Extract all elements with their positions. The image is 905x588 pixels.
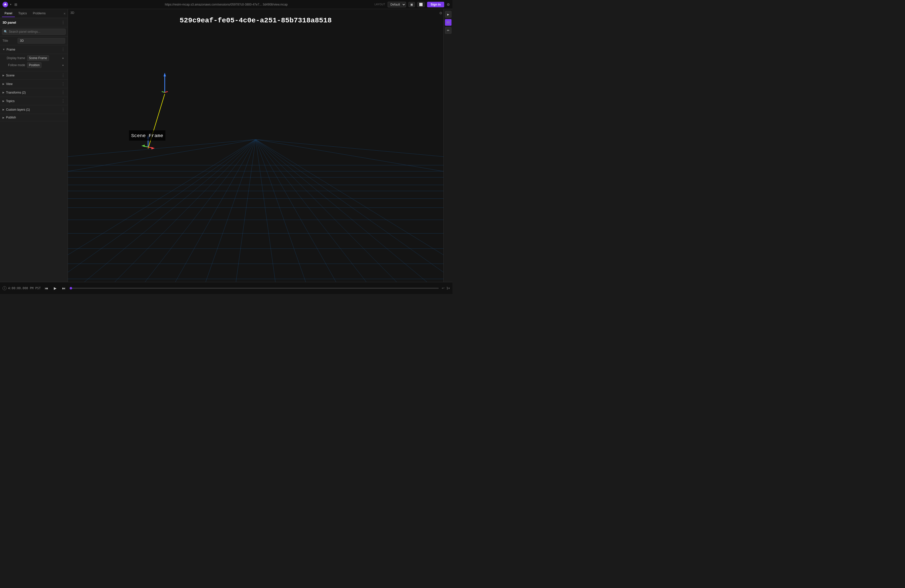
tabs-row: Panel Topics Problems × [0, 9, 68, 18]
section-frame[interactable]: ▼ Frame ⋮ [0, 45, 68, 54]
section-menu-icon[interactable]: ⋮ [61, 107, 65, 112]
chevron-down-icon: ▾ [62, 64, 64, 67]
chevron-right-icon: ▶ [3, 116, 5, 119]
scrubber-thumb[interactable] [70, 287, 72, 289]
content-area: 3D ⚙ ⛶ [68, 9, 452, 282]
section-topics[interactable]: ▶ Topics ⋮ [0, 97, 68, 105]
3d-label-btn[interactable]: 3D [445, 19, 451, 25]
timeline: i 4:00:00.000 PM PST ⏮ ▶ ⏭ ↩ 1× [0, 282, 452, 294]
logo-dropdown[interactable]: ▾ [10, 3, 11, 6]
search-input[interactable] [2, 29, 66, 35]
section-view[interactable]: ▶ View ⋮ [0, 80, 68, 88]
layout-select[interactable]: Default [387, 2, 406, 7]
chevron-right-icon: ▶ [3, 74, 5, 77]
chevron-down-icon: ▼ [3, 48, 5, 51]
tab-topics[interactable]: Topics [16, 10, 29, 17]
follow-mode-row: Follow mode Position ▾ [3, 62, 65, 68]
tl-right-controls: ↩ 1× [442, 286, 450, 290]
new-tab-btn[interactable]: ⊞ [14, 3, 17, 6]
follow-mode-select-wrapper: Position ▾ [27, 62, 65, 68]
section-menu-icon[interactable]: ⋮ [61, 81, 65, 86]
display-frame-select[interactable]: Scene Frame [27, 55, 49, 61]
tab-problems[interactable]: Problems [30, 10, 48, 17]
info-icon[interactable]: i [3, 286, 6, 290]
layout-panel-btn[interactable]: ▣ [408, 2, 415, 7]
follow-mode-select[interactable]: Position [27, 62, 41, 68]
close-icon[interactable]: × [64, 11, 66, 16]
frame-id-text: 529c9eaf-fe05-4c0e-a251-85b7318a8518 [180, 17, 332, 24]
viewport-3d[interactable]: Scene Frame 529c9eaf-fe05-4c0e-a251-85b7… [68, 9, 443, 282]
svg-marker-0 [4, 3, 7, 5]
url-bar: https://resim-mcap.s3.amazonaws.com/sess… [165, 3, 287, 6]
tab-panel[interactable]: Panel [2, 10, 15, 17]
chevron-down-icon: ▾ [62, 57, 64, 60]
frame-content: Display frame Scene Frame ▾ Follow mode … [0, 54, 68, 71]
timeline-scrubber[interactable] [70, 288, 439, 289]
title-input[interactable] [17, 38, 65, 43]
panel-title: 3D panel [3, 21, 61, 24]
grid-svg: Scene Frame [68, 9, 443, 282]
top-bar-left: ▾ ⊞ [3, 2, 17, 7]
play-icon-rt[interactable]: ▶ [445, 11, 451, 17]
display-frame-select-wrapper: Scene Frame ▾ [27, 55, 65, 61]
sign-in-button[interactable]: Sign in [427, 2, 444, 7]
display-frame-label: Display frame [3, 56, 25, 60]
panel-settings-icon[interactable]: ⚙ [439, 11, 443, 15]
display-frame-row: Display frame Scene Frame ▾ [3, 55, 65, 61]
section-publish[interactable]: ▶ Publish [0, 114, 68, 121]
right-toolbar: ▶ 3D ✏ [443, 9, 452, 282]
title-row: Title [0, 37, 68, 45]
svg-text:Scene Frame: Scene Frame [131, 133, 163, 138]
main-layout: Panel Topics Problems × 3D panel ⋮ 🔍 Tit… [0, 9, 452, 282]
panel-header: 3D panel ⋮ [0, 18, 68, 27]
edit-icon-btn[interactable]: ✏ [445, 27, 451, 34]
app-logo[interactable] [3, 2, 8, 7]
layout-split-btn[interactable]: ⬜ [417, 2, 425, 7]
speed-label: 1× [446, 286, 450, 290]
search-container: 🔍 [0, 27, 68, 37]
layout-label: LAYOUT [375, 3, 385, 6]
play-pause-button[interactable]: ▶ [53, 285, 57, 291]
panel-menu-icon[interactable]: ⋮ [61, 20, 65, 25]
timeline-info: i 4:00:00.000 PM PST [3, 286, 41, 290]
chevron-right-icon: ▶ [3, 108, 5, 111]
skip-forward-button[interactable]: ⏭ [61, 285, 67, 291]
timeline-time: 4:00:00.000 PM PST [8, 286, 41, 290]
settings-icon[interactable]: ⚙ [447, 3, 450, 6]
top-bar-right: LAYOUT Default ▣ ⬜ Sign in ⚙ [375, 2, 450, 7]
section-menu-icon[interactable]: ⋮ [61, 90, 65, 95]
section-scene[interactable]: ▶ Scene ⋮ [0, 71, 68, 80]
follow-mode-label: Follow mode [3, 64, 25, 67]
scrubber-track [70, 288, 439, 289]
section-transforms[interactable]: ▶ Transforms (2) ⋮ [0, 88, 68, 97]
chevron-right-icon: ▶ [3, 100, 5, 102]
section-menu-icon[interactable]: ⋮ [61, 73, 65, 78]
search-wrapper: 🔍 [2, 29, 66, 35]
svg-rect-1 [68, 9, 443, 282]
chevron-right-icon: ▶ [3, 91, 5, 94]
sidebar: Panel Topics Problems × 3D panel ⋮ 🔍 Tit… [0, 9, 68, 282]
top-bar: ▾ ⊞ https://resim-mcap.s3.amazonaws.com/… [0, 0, 452, 9]
loop-button[interactable]: ↩ [442, 286, 445, 290]
playback-controls: ⏮ ▶ ⏭ [44, 285, 67, 291]
section-menu-icon[interactable]: ⋮ [61, 47, 65, 52]
title-label: Title [3, 39, 17, 43]
section-menu-icon[interactable]: ⋮ [61, 99, 65, 103]
chevron-right-icon: ▶ [3, 83, 5, 85]
skip-back-button[interactable]: ⏮ [44, 285, 49, 291]
section-custom-layers[interactable]: ▶ Custom layers (1) ⋮ [0, 105, 68, 114]
panel-3d-label: 3D [70, 11, 74, 14]
